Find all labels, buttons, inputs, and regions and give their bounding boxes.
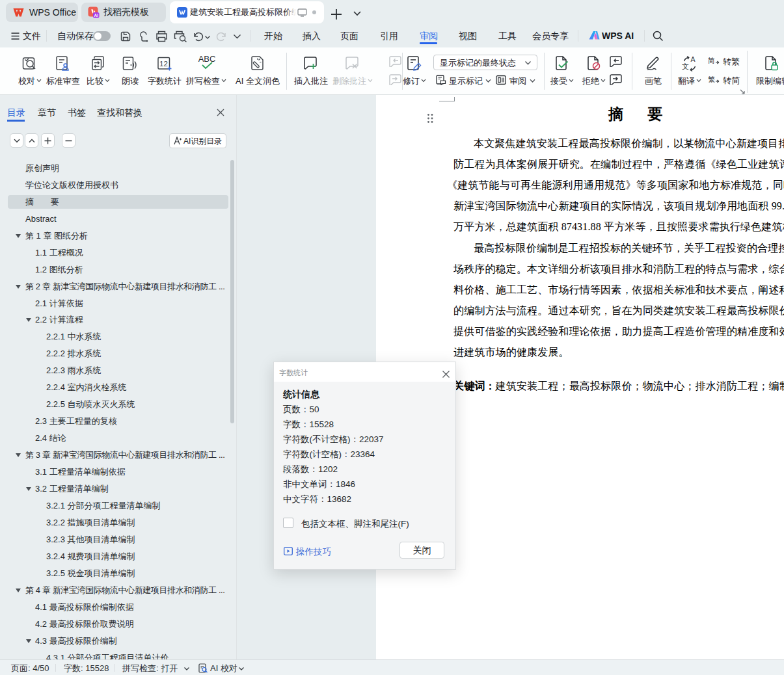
svg-text:简: 简: [708, 57, 715, 64]
svg-text:12: 12: [159, 60, 168, 68]
svg-text:A: A: [691, 55, 696, 63]
svg-text:文: 文: [682, 62, 689, 70]
svg-text:ABC: ABC: [198, 54, 216, 64]
svg-text:AI: AI: [94, 13, 98, 18]
svg-text:繁: 繁: [708, 75, 715, 83]
